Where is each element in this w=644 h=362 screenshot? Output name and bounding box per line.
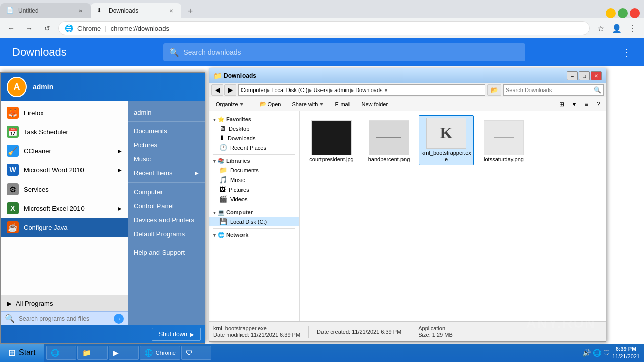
start-item-word[interactable]: W Microsoft Word 2010 ▶ <box>1 160 128 179</box>
explorer-maximize-button[interactable]: □ <box>579 71 590 80</box>
start-item-ccleaner[interactable]: 🧹 CCleaner ▶ <box>1 141 128 160</box>
sidebar-item-local-disk[interactable]: 💾 Local Disk (C:) <box>209 217 299 226</box>
taskbar-item-security[interactable]: 🛡 <box>181 346 211 360</box>
start-right-documents[interactable]: Documents <box>128 124 205 138</box>
start-right-control-panel[interactable]: Control Panel <box>128 199 205 213</box>
maximize-button[interactable] <box>618 8 628 18</box>
breadcrumb-computer[interactable]: Computer <box>241 87 265 93</box>
sidebar-item-documents[interactable]: 📁 Documents <box>209 165 299 175</box>
share-with-button[interactable]: Share with ▼ <box>287 99 328 110</box>
sidebar-item-pictures[interactable]: 🖼 Pictures <box>209 185 299 194</box>
account-button[interactable]: 👤 <box>610 21 624 35</box>
explorer-close-button[interactable]: ✕ <box>591 71 602 80</box>
sidebar-libraries-header[interactable]: ▾ 📚 Libraries <box>209 157 299 165</box>
help-button[interactable]: ? <box>593 99 604 110</box>
view-dropdown-button[interactable]: ▼ <box>569 99 580 110</box>
breadcrumb-localdisk[interactable]: Local Disk (C:) <box>271 87 307 93</box>
taskbar-item-chrome[interactable]: 🌐 Chrome <box>140 346 180 360</box>
tray-icon-security[interactable]: 🛡 <box>603 349 610 357</box>
taskbar-item-explorer[interactable]: 📁 <box>77 346 108 360</box>
file-item-handpercent[interactable]: handpercent.png <box>361 115 417 165</box>
start-right-recent-items[interactable]: Recent Items ▶ <box>128 166 205 180</box>
explorer-search-icon[interactable]: 🔍 <box>594 86 601 94</box>
tab-downloads[interactable]: ⬇ Downloads ✕ <box>91 3 181 18</box>
start-right-devices-printers[interactable]: Devices and Printers <box>128 213 205 227</box>
address-bar[interactable]: 🌐 Chrome | chrome://downloads <box>58 21 590 35</box>
tab-untitled-favicon: 📄 <box>6 7 14 15</box>
explorer-search-input[interactable] <box>506 87 592 93</box>
start-right-help-support[interactable]: Help and Support <box>128 245 205 259</box>
downloads-search-input[interactable] <box>183 48 519 56</box>
start-right-sep-2 <box>128 182 205 183</box>
view-details-button[interactable]: ≡ <box>581 99 592 110</box>
breadcrumb-dropdown[interactable]: ▼ <box>384 87 389 93</box>
new-folder-button[interactable]: New folder <box>357 99 393 110</box>
start-button[interactable]: ⊞ Start <box>0 344 44 362</box>
status-type: Application <box>418 325 453 331</box>
shutdown-button[interactable]: Shut down ▶ <box>152 328 201 341</box>
explorer-folder-up-button[interactable]: 📂 <box>487 84 501 96</box>
java-label: Configure Java <box>24 224 67 231</box>
file-item-lotssaturday[interactable]: lotssaturday.png <box>476 115 531 165</box>
sidebar-libraries-section: ▾ 📚 Libraries 📁 Documents 🎵 Music 🖼 Pict… <box>209 157 299 204</box>
explorer-minimize-button[interactable]: – <box>567 71 578 80</box>
sidebar-item-downloads[interactable]: ⬇ Downloads <box>209 133 299 143</box>
explorer-back-button[interactable]: ◀ <box>211 84 223 96</box>
downloads-search-box[interactable]: 🔍 <box>163 43 525 61</box>
menu-button[interactable]: ⋮ <box>626 21 640 35</box>
open-button[interactable]: 📂 Open <box>255 99 286 110</box>
open-icon: 📂 <box>260 101 267 107</box>
organize-button[interactable]: Organize ▼ <box>211 99 249 110</box>
sidebar-item-recent-places[interactable]: 🕐 Recent Places <box>209 143 299 152</box>
start-search-input[interactable] <box>19 315 110 322</box>
admin-label: admin <box>134 109 151 116</box>
file-item-krnl[interactable]: K krnl_bootstrapper.exe <box>419 115 474 165</box>
explorer-search-box[interactable]: 🔍 <box>503 84 604 96</box>
tray-icon-network[interactable]: 🌐 <box>593 349 601 357</box>
start-item-java[interactable]: ☕ Configure Java <box>1 218 128 237</box>
start-right-default-programs[interactable]: Default Programs <box>128 227 205 241</box>
refresh-button[interactable]: ↺ <box>40 21 54 35</box>
all-programs-button[interactable]: ▶ All Programs <box>1 295 128 311</box>
start-right-music[interactable]: Music <box>128 152 205 166</box>
file-item-courtpresident[interactable]: courtpresident.jpg <box>304 115 359 165</box>
breadcrumb-downloads[interactable]: Downloads <box>355 87 382 93</box>
start-item-task-scheduler[interactable]: 📅 Task Scheduler <box>1 122 128 141</box>
tab-downloads-close[interactable]: ✕ <box>167 7 175 15</box>
new-tab-button[interactable]: + <box>183 4 197 18</box>
sidebar-favorites-header[interactable]: ▾ ⭐ Favorites <box>209 115 299 124</box>
start-right-admin[interactable]: admin <box>128 105 205 119</box>
bookmark-button[interactable]: ☆ <box>594 21 608 35</box>
email-button[interactable]: E-mail <box>330 99 355 110</box>
start-item-services[interactable]: ⚙ Services <box>1 179 128 199</box>
tab-untitled-close[interactable]: ✕ <box>76 7 85 15</box>
sidebar-item-music[interactable]: 🎵 Music <box>209 175 299 185</box>
explorer-forward-button[interactable]: ▶ <box>224 84 236 96</box>
taskbar-item-wmp[interactable]: ▶ <box>109 346 139 360</box>
tray-icon-volume[interactable]: 🔊 <box>582 349 591 357</box>
sidebar-network-header[interactable]: ▾ 🌐 Network <box>209 231 299 239</box>
tab-untitled[interactable]: 📄 Untitled ✕ <box>0 3 91 18</box>
back-button[interactable]: ← <box>4 21 18 35</box>
start-item-excel[interactable]: X Microsoft Excel 2010 ▶ <box>1 199 128 218</box>
tray-clock[interactable]: 6:39 PM 11/21/2021 <box>612 345 640 361</box>
sidebar-item-videos[interactable]: 🎬 Videos <box>209 194 299 204</box>
taskbar-item-ie[interactable]: 🌐 <box>46 346 76 360</box>
downloads-more-button[interactable]: ⋮ <box>622 46 632 58</box>
view-grid-button[interactable]: ⊞ <box>556 99 568 110</box>
start-item-firefox[interactable]: 🦊 Firefox <box>1 103 128 122</box>
forward-button[interactable]: → <box>22 21 36 35</box>
start-right-computer[interactable]: Computer <box>128 185 205 199</box>
minimize-button[interactable] <box>606 8 616 18</box>
anyrun-watermark: ANY.RUN <box>526 315 596 331</box>
start-right-pictures[interactable]: Pictures <box>128 138 205 152</box>
sidebar-computer-header[interactable]: ▾ 💻 Computer <box>209 208 299 217</box>
breadcrumb-admin[interactable]: admin <box>334 87 349 93</box>
sidebar-item-desktop[interactable]: 🖥 Desktop <box>209 124 299 133</box>
breadcrumb-users[interactable]: Users <box>313 87 328 93</box>
sidebar-favorites-section: ▾ ⭐ Favorites 🖥 Desktop ⬇ Downloads 🕐 Re… <box>209 115 299 152</box>
videos-icon: 🎬 <box>219 195 227 203</box>
close-button[interactable] <box>630 8 640 18</box>
start-search-button[interactable]: → <box>114 314 124 324</box>
sidebar-sep-2 <box>213 206 295 206</box>
